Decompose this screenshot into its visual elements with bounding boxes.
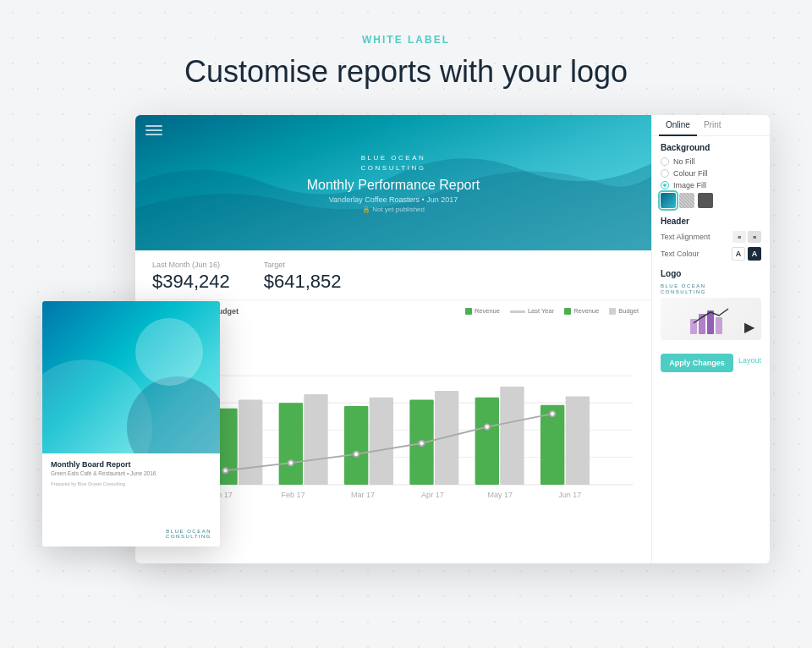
metric-last-month-value: $394,242 (152, 271, 230, 293)
radio-no-fill[interactable]: No Fill (661, 157, 761, 166)
svg-point-27 (550, 411, 555, 416)
bottom-actions: Apply Changes Layout (661, 349, 761, 372)
logo-title: Logo (661, 269, 761, 278)
svg-rect-13 (304, 394, 327, 485)
radio-circle-no-fill (661, 157, 669, 166)
text-color-black-btn[interactable]: A (748, 247, 761, 261)
booklet-title: Monthly Board Report (51, 460, 211, 469)
svg-rect-11 (239, 399, 262, 485)
chart-legend: Revenue Last Year Revenue (465, 307, 639, 315)
text-alignment-label: Text Alignment (661, 233, 710, 241)
metric-target: Target $641,852 (264, 261, 342, 293)
chart-svg: $800K $600K $400K $200K $0 (148, 321, 639, 555)
booklet-logo: Blue Ocean CONSULTING (166, 529, 211, 540)
swatch-grid1[interactable] (679, 193, 694, 208)
booklet: Monthly Board Report Green Eats Café & R… (42, 301, 220, 546)
metric-last-month-label: Last Month (Jun 16) (152, 261, 230, 269)
text-color-white-btn[interactable]: A (732, 247, 745, 261)
tab-online[interactable]: Online (659, 115, 697, 136)
text-colour-label: Text Colour (661, 250, 700, 258)
layout-link[interactable]: Layout (738, 356, 761, 365)
svg-rect-37 (716, 317, 722, 334)
right-panel: Online Print Background No Fill Colour F… (651, 115, 770, 563)
svg-point-26 (485, 424, 490, 429)
tab-print[interactable]: Print (697, 115, 728, 136)
metric-last-month: Last Month (Jun 16) $394,242 (152, 261, 230, 293)
svg-text:May 17: May 17 (488, 491, 513, 499)
dashboard: ‹ Blue Ocean CONSULTING Monthly Performa… (135, 115, 770, 563)
background-title: Background (661, 143, 761, 152)
svg-point-24 (354, 452, 359, 457)
radio-circle-colour-fill (661, 169, 669, 178)
svg-point-25 (419, 441, 424, 446)
svg-rect-19 (500, 387, 524, 485)
booklet-prepared: Prepared by Blue Ocean Consulting (51, 481, 211, 486)
svg-rect-15 (370, 398, 393, 485)
svg-rect-21 (566, 397, 590, 485)
booklet-subtitle: Green Eats Café & Restaurant • June 2016 (51, 470, 211, 476)
nav-toggle[interactable] (145, 125, 162, 135)
svg-text:Apr 17: Apr 17 (421, 491, 444, 499)
panel-logo-script: Blue Ocean CONSULTING (661, 283, 761, 294)
alignment-buttons: ≡ ≡ (732, 231, 761, 243)
radio-colour-fill[interactable]: Colour Fill (661, 169, 761, 178)
svg-text:Jun 17: Jun 17 (558, 491, 581, 499)
metric-target-value: $641,852 (264, 271, 342, 293)
main-showcase: Monthly Board Report Green Eats Café & R… (42, 115, 770, 563)
header-section: Header Text Alignment ≡ ≡ Text Colour A … (661, 217, 761, 261)
dashboard-meta: Vanderlay Coffee Roasters • Jun 2017 (329, 195, 458, 204)
align-left-btn[interactable]: ≡ (732, 231, 746, 243)
svg-rect-18 (475, 398, 499, 485)
svg-rect-12 (279, 403, 303, 485)
logo-preview[interactable]: ▶ (661, 298, 761, 340)
metrics-row: Last Month (Jun 16) $394,242 Target $641… (135, 250, 651, 300)
dash-header: Blue Ocean CONSULTING Monthly Performanc… (135, 115, 651, 250)
svg-text:Feb 17: Feb 17 (281, 491, 304, 499)
swatch-dark[interactable] (698, 193, 713, 208)
panel-tabs: Online Print (652, 115, 770, 136)
dashboard-published: 🔒 Not yet published (362, 206, 425, 213)
background-section: Background No Fill Colour Fill Image (661, 143, 761, 208)
background-options: No Fill Colour Fill Image Fill (661, 157, 761, 189)
image-swatches (661, 193, 761, 208)
radio-image-fill[interactable]: Image Fill (661, 181, 761, 189)
hero-label: WHITE LABEL (362, 34, 450, 46)
svg-text:Mar 17: Mar 17 (351, 491, 375, 499)
svg-point-23 (288, 460, 294, 465)
svg-point-22 (222, 468, 228, 473)
dashboard-report-title: Monthly Performance Report (307, 178, 480, 193)
swatch-ocean[interactable] (661, 193, 676, 208)
align-right-btn[interactable]: ≡ (748, 231, 761, 243)
hero-title: Customise reports with your logo (184, 54, 628, 90)
metric-target-label: Target (264, 261, 342, 269)
svg-rect-14 (344, 406, 368, 485)
radio-circle-image-fill (661, 181, 669, 189)
header-title: Header (661, 217, 761, 226)
apply-changes-button[interactable]: Apply Changes (661, 354, 733, 372)
logo-section: Logo Blue Ocean CONSULTING (661, 269, 761, 340)
dashboard-logo: Blue Ocean CONSULTING (361, 152, 426, 172)
